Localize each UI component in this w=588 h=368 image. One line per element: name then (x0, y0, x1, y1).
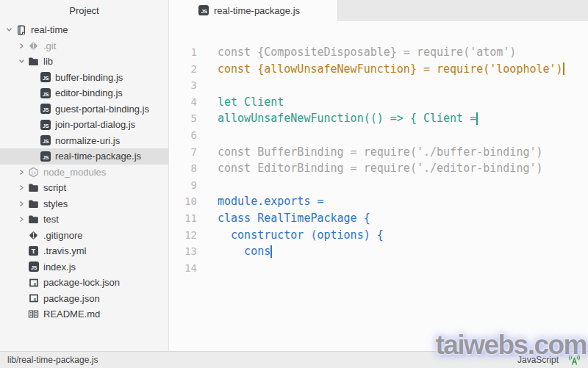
line-number: 14 (170, 260, 197, 277)
chevron-spacer (18, 278, 28, 288)
tree-item-label: package-lock.json (43, 277, 120, 288)
line-number: 3 (170, 77, 197, 94)
tree-item-script[interactable]: script (0, 180, 168, 196)
line-number: 12 (170, 227, 197, 244)
code-line-7[interactable]: 7const BufferBinding = require('./buffer… (170, 144, 588, 161)
tree-item-label: package.json (43, 293, 100, 304)
javascript-file-icon: JS (198, 5, 209, 15)
editor-pane: JS real-time-package.js 1const {Composit… (170, 0, 588, 351)
line-number: 13 (170, 243, 197, 260)
tree-item-editor-binding-js[interactable]: JSeditor-binding.js (0, 85, 168, 101)
teletype-antenna-icon[interactable] (568, 355, 581, 366)
line-number: 5 (170, 110, 197, 127)
chevron-right-icon[interactable] (18, 183, 28, 193)
grammar-selector[interactable]: JavaScript (517, 355, 559, 365)
tree-item-index-js[interactable]: JSindex.js (0, 259, 168, 275)
tree-item-label: join-portal-dialog.js (55, 119, 135, 130)
tab-title: real-time-package.js (214, 5, 300, 16)
code-line-12[interactable]: 12 constructor (options) { (170, 227, 588, 244)
tab-bar-empty-area (337, 0, 588, 21)
js-icon: JS (28, 261, 39, 273)
collaborator-caret (563, 62, 564, 75)
code-line-4[interactable]: 4let Client (170, 94, 588, 111)
code-line-2[interactable]: 2const {allowUnsafeNewFunction} = requir… (170, 61, 588, 78)
tab-bar: JS real-time-package.js (170, 0, 588, 21)
tree-item-buffer-binding-js[interactable]: JSbuffer-binding.js (0, 70, 168, 86)
code-text: module.exports = (218, 193, 324, 210)
tree-item-label: real-time-package.js (55, 151, 141, 162)
folder-icon (28, 214, 39, 225)
tree-item-join-portal-dialog-js[interactable]: JSjoin-portal-dialog.js (0, 117, 168, 133)
sidebar-title: Project (0, 0, 168, 16)
code-text: const {CompositeDisposable} = require('a… (218, 44, 516, 61)
line-number: 7 (170, 144, 197, 161)
code-line-13[interactable]: 13 cons (170, 243, 588, 260)
tree-item-real-time[interactable]: real-time (0, 22, 168, 38)
chevron-spacer (18, 293, 28, 303)
tree-item-package-lock-json[interactable]: package-lock.json (0, 275, 168, 291)
atom-editor-window: Project real-time.gitlibJSbuffer-binding… (0, 0, 588, 368)
git-icon (28, 230, 39, 241)
line-number: 1 (170, 44, 197, 61)
folder-icon (28, 198, 39, 209)
code-text: const BufferBinding = require('./buffer-… (218, 144, 543, 161)
tree-item-label: .git (43, 40, 56, 51)
code-line-6[interactable]: 6 (170, 127, 588, 144)
chevron-spacer (18, 246, 28, 256)
code-line-3[interactable]: 3 (170, 77, 588, 94)
tree-item-label: index.js (43, 261, 76, 273)
collaborator-caret (476, 112, 478, 125)
tree-item-package-json[interactable]: package.json (0, 291, 168, 307)
line-number: 2 (170, 61, 197, 78)
js-icon: JS (40, 135, 51, 146)
chevron-down-icon[interactable] (6, 25, 15, 35)
tree-item-readme-md[interactable]: README.md (0, 306, 168, 322)
code-line-1[interactable]: 1const {CompositeDisposable} = require('… (170, 44, 588, 61)
code-text: let Client (218, 94, 284, 111)
code-line-10[interactable]: 10module.exports = (170, 193, 588, 210)
chevron-right-icon[interactable] (18, 40, 28, 51)
tree-item-node-modules[interactable]: jsnode_modules (0, 165, 168, 181)
code-line-8[interactable]: 8const EditorBinding = require('./editor… (170, 160, 588, 177)
code-text: allowUnsafeNewFunction(() => { Client = (218, 110, 476, 127)
tree-item-styles[interactable]: styles (0, 196, 168, 212)
project-sidebar: Project real-time.gitlibJSbuffer-binding… (0, 0, 169, 351)
npm-icon (28, 277, 39, 288)
code-line-5[interactable]: 5allowUnsafeNewFunction(() => { Client = (170, 110, 588, 127)
tree-item-guest-portal-binding-js[interactable]: JSguest-portal-binding.js (0, 101, 168, 118)
tree-item-normalize-uri-js[interactable]: JSnormalize-uri.js (0, 133, 168, 149)
travis-icon: T (28, 245, 39, 256)
chevron-right-icon[interactable] (18, 198, 28, 209)
node-icon: js (28, 167, 39, 178)
tree-item-label: node_modules (43, 167, 106, 178)
chevron-right-icon[interactable] (18, 167, 28, 177)
line-number: 10 (170, 193, 197, 210)
tree-item-real-time-package-js[interactable]: JSreal-time-package.js (0, 148, 168, 165)
tree-item-gitignore[interactable]: .gitignore (0, 228, 168, 244)
status-file-path: lib/real-time-package.js (7, 355, 98, 365)
collaborator-caret (270, 245, 272, 258)
code-line-9[interactable]: 9 (170, 177, 588, 194)
project-tree: real-time.gitlibJSbuffer-binding.jsJSedi… (0, 22, 168, 322)
tree-item-label: styles (43, 198, 68, 209)
tree-item-test[interactable]: test (0, 212, 168, 228)
line-number: 6 (170, 127, 197, 144)
tree-item-label: guest-portal-binding.js (55, 104, 149, 115)
code-text: class RealTimePackage { (218, 210, 370, 227)
folder-icon (28, 56, 39, 67)
tab-real-time-package-js[interactable]: JS real-time-package.js (170, 0, 337, 21)
tree-item-git[interactable]: .git (0, 38, 168, 54)
git-icon (28, 40, 39, 51)
tree-item-travis-yml[interactable]: T.travis.yml (0, 243, 168, 259)
line-number: 4 (170, 94, 197, 111)
code-line-14[interactable]: 14 (170, 260, 588, 277)
chevron-spacer (18, 261, 28, 272)
tree-item-label: real-time (31, 24, 68, 35)
tree-item-lib[interactable]: lib (0, 54, 168, 70)
chevron-down-icon[interactable] (18, 57, 28, 67)
code-line-11[interactable]: 11class RealTimePackage { (170, 210, 588, 227)
tree-item-label: script (43, 182, 66, 193)
chevron-right-icon[interactable] (18, 214, 28, 225)
status-bar: lib/real-time-package.js JavaScript (0, 351, 588, 368)
code-editor[interactable]: 1const {CompositeDisposable} = require('… (170, 21, 588, 276)
